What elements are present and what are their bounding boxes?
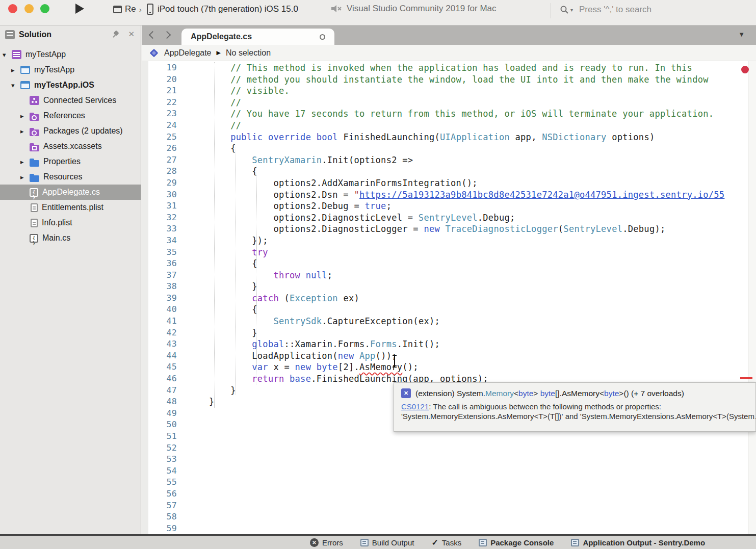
sidebar-item-appdelegate-cs[interactable]: AppDelegate.cs	[0, 185, 141, 200]
code-line: 31 options2.Debug = true;	[142, 200, 756, 212]
code-text[interactable]: });	[180, 235, 268, 247]
line-number: 25	[142, 132, 180, 143]
code-text[interactable]: public override bool FinishedLaunching(U…	[180, 132, 655, 143]
pin-icon[interactable]	[113, 31, 120, 38]
tab-list-dropdown-icon[interactable]: ▼	[738, 31, 745, 38]
class-icon	[150, 48, 159, 57]
breadcrumb-selection[interactable]: No selection	[226, 48, 271, 58]
chevron-right-icon[interactable]: ▸	[20, 112, 30, 120]
panel-button-application-output-sentry-demo[interactable]: Application Output - Sentry.Demo	[571, 538, 705, 547]
code-text[interactable]	[180, 442, 209, 454]
chevron-down-icon[interactable]: ▾	[11, 82, 20, 89]
code-text[interactable]: options2.DiagnosticLevel = SentryLevel.D…	[180, 212, 515, 224]
code-text[interactable]	[180, 465, 209, 477]
sidebar-item-properties[interactable]: ▸Properties	[0, 154, 141, 169]
chevron-right-icon[interactable]: ▸	[20, 173, 30, 181]
code-text[interactable]: }	[180, 396, 215, 408]
code-text[interactable]: }	[180, 327, 257, 339]
solution-tree: ▾myTestApp▸myTestApp▾myTestApp.iOSConnec…	[0, 44, 141, 246]
tab-modified-icon[interactable]	[320, 34, 325, 40]
code-text[interactable]	[180, 431, 209, 442]
sidebar-item-mytestapp[interactable]: ▸myTestApp	[0, 62, 141, 77]
navigate-forward-icon[interactable]	[163, 31, 171, 39]
sidebar-item-label: Info.plist	[42, 218, 72, 227]
window-toolbar: Re › iPod touch (7th generation) iOS 15.…	[0, 0, 756, 25]
code-text[interactable]: global::Xamarin.Forms.Forms.Init();	[180, 338, 440, 350]
code-text[interactable]: {	[180, 143, 236, 154]
code-text[interactable]	[180, 454, 209, 465]
chevron-right-icon[interactable]: ▸	[20, 127, 30, 135]
code-text[interactable]	[180, 419, 209, 431]
chevron-right-icon[interactable]: ▸	[20, 158, 30, 166]
tooltip-error-line: CS0121: The call is ambiguous between th…	[401, 402, 748, 411]
zoom-window-button[interactable]	[40, 4, 49, 13]
code-text[interactable]: throw null;	[180, 270, 332, 281]
code-text[interactable]: // visible.	[180, 85, 290, 97]
line-number: 31	[142, 200, 180, 212]
error-code-link[interactable]: CS0121	[401, 402, 429, 411]
code-line: 19 // This method is invoked when the ap…	[142, 62, 756, 74]
search-placeholder: Press '^,' to search	[579, 5, 651, 15]
tab-appdelegate[interactable]: AppDelegate.cs	[181, 29, 334, 45]
sidebar-item-entitlements-plist[interactable]: Entitlements.plist	[0, 200, 141, 215]
sidebar-item-mytestapp-ios[interactable]: ▾myTestApp.iOS	[0, 77, 141, 93]
vertical-scrollbar[interactable]	[748, 61, 756, 534]
code-text[interactable]: try	[180, 247, 268, 258]
code-text[interactable]	[180, 477, 209, 488]
sidebar-item-info-plist[interactable]: Info.plist	[0, 215, 141, 230]
navigate-back-icon[interactable]	[149, 31, 157, 39]
code-text[interactable]: options2.Dsn = "https://5a193123a9b841bc…	[180, 189, 724, 201]
close-icon[interactable]: ✕	[128, 30, 135, 39]
tooltip-signature: (extension) System.Memory<byte> byte[].A…	[415, 389, 684, 398]
panel-button-build-output[interactable]: Build Output	[360, 538, 414, 547]
code-text[interactable]: {	[180, 304, 257, 316]
code-text[interactable]: SentrySdk.CaptureException(ex);	[180, 316, 440, 327]
close-window-button[interactable]	[8, 4, 17, 13]
code-editor[interactable]: 19 // This method is invoked when the ap…	[142, 61, 756, 534]
code-text[interactable]	[180, 511, 209, 523]
code-text[interactable]	[180, 488, 209, 500]
panel-button-label: Package Console	[490, 538, 554, 547]
sidebar-item-assets-xcassets[interactable]: Assets.xcassets	[0, 139, 141, 154]
configuration-selector[interactable]: Re ›	[113, 3, 142, 15]
code-text[interactable]: options2.Debug = true;	[180, 200, 392, 212]
code-text[interactable]	[180, 500, 209, 512]
code-text[interactable]: }	[180, 385, 236, 397]
sidebar-item-resources[interactable]: ▸Resources	[0, 169, 141, 185]
device-selector[interactable]: iPod touch (7th generation) iOS 15.0	[147, 3, 298, 16]
line-number: 55	[142, 477, 180, 488]
code-text[interactable]	[180, 408, 209, 420]
search-input[interactable]: ▾ Press '^,' to search	[560, 3, 651, 16]
code-text[interactable]: //	[180, 120, 241, 132]
sidebar-item-main-cs[interactable]: Main.cs	[0, 230, 141, 246]
chevron-down-icon[interactable]: ▾	[3, 51, 12, 59]
code-text[interactable]: options2.DiagnosticLogger = new TraceDia…	[180, 223, 666, 235]
code-text[interactable]: catch (Exception ex)	[180, 293, 359, 304]
code-text[interactable]: options2.AddXamarinFormsIntegration();	[180, 177, 478, 189]
panel-button-tasks[interactable]: ✓Tasks	[431, 538, 461, 547]
code-text[interactable]: // This method is invoked when the appli…	[180, 62, 692, 74]
sidebar-item-connected-services[interactable]: Connected Services	[0, 93, 141, 108]
line-number: 54	[142, 465, 180, 477]
code-line: 41 SentrySdk.CaptureException(ex);	[142, 316, 756, 327]
sidebar-item-references[interactable]: ▸References	[0, 108, 141, 123]
sidebar-item-mytestapp[interactable]: ▾myTestApp	[0, 47, 141, 62]
line-number: 20	[142, 74, 180, 86]
panel-button-package-console[interactable]: Package Console	[479, 538, 554, 547]
panel-button-errors[interactable]: ✕Errors	[310, 538, 343, 547]
code-text[interactable]: {	[180, 258, 257, 270]
chevron-right-icon[interactable]: ▸	[11, 66, 20, 74]
code-text[interactable]: {	[180, 166, 257, 177]
code-text[interactable]: var x = new byte[2].AsMemory();	[180, 361, 419, 373]
code-text[interactable]: SentryXamarin.Init(options2 =>	[180, 154, 413, 166]
code-text[interactable]: //	[180, 97, 241, 109]
code-text[interactable]	[180, 523, 209, 534]
run-button[interactable]	[75, 4, 84, 14]
code-text[interactable]: }	[180, 281, 257, 293]
code-text[interactable]: LoadApplication(new App());	[180, 350, 397, 362]
code-text[interactable]: // method you should instantiate the win…	[180, 74, 709, 86]
minimize-window-button[interactable]	[24, 4, 34, 13]
breadcrumb-class[interactable]: AppDelegate	[164, 48, 212, 58]
code-text[interactable]: // You have 17 seconds to return from th…	[180, 108, 714, 120]
sidebar-item-packages-2-updates[interactable]: ▸Packages (2 updates)	[0, 123, 141, 139]
